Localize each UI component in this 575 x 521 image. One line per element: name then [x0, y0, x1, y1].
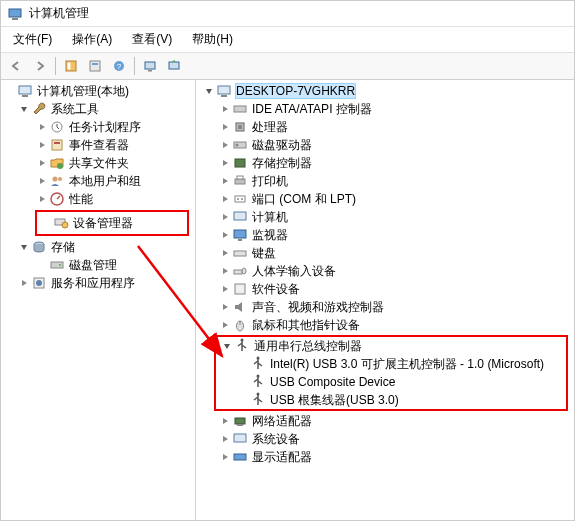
expander-icon[interactable] [218, 318, 232, 332]
expander-icon[interactable] [202, 84, 216, 98]
expander-icon[interactable] [3, 84, 17, 98]
device-category-monitors[interactable]: 监视器 [196, 226, 574, 244]
properties-button[interactable] [84, 55, 106, 77]
svg-rect-14 [52, 140, 62, 150]
left-tree-pane[interactable]: 计算机管理(本地) 系统工具 任务计划程序 事件查看器 共享文件夹 [1, 80, 196, 520]
computer-management-window: 计算机管理 文件(F) 操作(A) 查看(V) 帮助(H) ? 计算机管理(本地… [0, 0, 575, 521]
tree-label: 服务和应用程序 [51, 275, 135, 292]
expander-icon[interactable] [218, 102, 232, 116]
svg-rect-12 [22, 95, 28, 97]
expander-icon[interactable] [218, 450, 232, 464]
menu-help[interactable]: 帮助(H) [184, 29, 241, 50]
device-category-printers[interactable]: 打印机 [196, 172, 574, 190]
tree-task-scheduler[interactable]: 任务计划程序 [1, 118, 195, 136]
svg-rect-43 [234, 251, 246, 256]
computer-icon [216, 83, 232, 99]
expander-icon[interactable] [17, 240, 31, 254]
svg-point-24 [59, 264, 61, 266]
menu-file[interactable]: 文件(F) [5, 29, 60, 50]
expander-icon[interactable] [35, 138, 49, 152]
device-root-computer[interactable]: DESKTOP-7VGHKRR [196, 82, 574, 100]
software-icon [232, 281, 248, 297]
device-usb-composite[interactable]: USB Composite Device [216, 373, 566, 391]
tree-system-tools[interactable]: 系统工具 [1, 100, 195, 118]
scan-button[interactable] [139, 55, 161, 77]
svg-rect-27 [218, 86, 230, 94]
svg-rect-35 [235, 179, 245, 184]
device-category-usb[interactable]: 通用串行总线控制器 [216, 337, 566, 355]
tree-disk-management[interactable]: 磁盘管理 [1, 256, 195, 274]
device-category-storage-controllers[interactable]: 存储控制器 [196, 154, 574, 172]
forward-button[interactable] [29, 55, 51, 77]
expander-icon[interactable] [218, 210, 232, 224]
tree-storage[interactable]: 存储 [1, 238, 195, 256]
device-usb-root-hub[interactable]: USB 根集线器(USB 3.0) [216, 391, 566, 409]
expander-icon[interactable] [35, 156, 49, 170]
device-usb-intel[interactable]: Intel(R) USB 3.0 可扩展主机控制器 - 1.0 (Microso… [216, 355, 566, 373]
right-tree-pane[interactable]: DESKTOP-7VGHKRR IDE ATA/ATAPI 控制器 处理器 磁盘… [196, 80, 574, 520]
expander-icon[interactable] [35, 258, 49, 272]
device-category-disk-drives[interactable]: 磁盘驱动器 [196, 136, 574, 154]
device-category-network[interactable]: 网络适配器 [196, 412, 574, 430]
expander-icon[interactable] [218, 138, 232, 152]
tree-label: 本地用户和组 [69, 173, 141, 190]
expander-icon[interactable] [35, 192, 49, 206]
refresh-button[interactable] [163, 55, 185, 77]
device-category-system-devices[interactable]: 系统设备 [196, 430, 574, 448]
tree-local-users[interactable]: 本地用户和组 [1, 172, 195, 190]
tree-performance[interactable]: 性能 [1, 190, 195, 208]
expander-icon[interactable] [218, 282, 232, 296]
expander-icon[interactable] [220, 339, 234, 353]
svg-rect-9 [148, 70, 152, 72]
device-category-processors[interactable]: 处理器 [196, 118, 574, 136]
device-category-hid[interactable]: 人体学输入设备 [196, 262, 574, 280]
device-category-audio[interactable]: 声音、视频和游戏控制器 [196, 298, 574, 316]
wrench-icon [31, 101, 47, 117]
expander-icon[interactable] [218, 228, 232, 242]
tree-label: 系统工具 [51, 101, 99, 118]
svg-point-52 [257, 393, 260, 396]
tree-label: 计算机管理(本地) [37, 83, 129, 100]
svg-rect-15 [54, 142, 60, 144]
expander-icon[interactable] [218, 414, 232, 428]
device-category-ide[interactable]: IDE ATA/ATAPI 控制器 [196, 100, 574, 118]
expander-icon[interactable] [17, 276, 31, 290]
svg-point-49 [241, 339, 244, 342]
device-category-keyboards[interactable]: 键盘 [196, 244, 574, 262]
expander-icon[interactable] [218, 120, 232, 134]
menu-view[interactable]: 查看(V) [124, 29, 180, 50]
device-category-computer[interactable]: 计算机 [196, 208, 574, 226]
expander-icon[interactable] [218, 156, 232, 170]
expander-icon[interactable] [218, 432, 232, 446]
svg-point-38 [237, 198, 239, 200]
svg-rect-42 [238, 239, 242, 241]
tree-services-apps[interactable]: 服务和应用程序 [1, 274, 195, 292]
expander-icon[interactable] [39, 216, 53, 230]
tree-label: 显示适配器 [252, 449, 312, 466]
menu-action[interactable]: 操作(A) [64, 29, 120, 50]
expander-icon[interactable] [17, 102, 31, 116]
device-category-software[interactable]: 软件设备 [196, 280, 574, 298]
device-category-display[interactable]: 显示适配器 [196, 448, 574, 466]
device-category-mice[interactable]: 鼠标和其他指针设备 [196, 316, 574, 334]
device-category-ports[interactable]: 端口 (COM 和 LPT) [196, 190, 574, 208]
expander-icon[interactable] [218, 174, 232, 188]
help-button[interactable]: ? [108, 55, 130, 77]
expander-icon[interactable] [218, 192, 232, 206]
expander-icon[interactable] [218, 264, 232, 278]
tree-label: USB 根集线器(USB 3.0) [270, 392, 399, 409]
back-button[interactable] [5, 55, 27, 77]
tree-device-manager[interactable]: 设备管理器 [39, 214, 185, 232]
port-icon [232, 191, 248, 207]
tree-shared-folders[interactable]: 共享文件夹 [1, 154, 195, 172]
expander-icon[interactable] [35, 174, 49, 188]
usb-icon [234, 338, 250, 354]
expander-icon[interactable] [218, 246, 232, 260]
svg-point-18 [58, 177, 62, 181]
show-hide-button[interactable] [60, 55, 82, 77]
expander-icon[interactable] [218, 300, 232, 314]
tree-root-computer-management[interactable]: 计算机管理(本地) [1, 82, 195, 100]
expander-icon[interactable] [35, 120, 49, 134]
display-adapter-icon [232, 449, 248, 465]
tree-event-viewer[interactable]: 事件查看器 [1, 136, 195, 154]
